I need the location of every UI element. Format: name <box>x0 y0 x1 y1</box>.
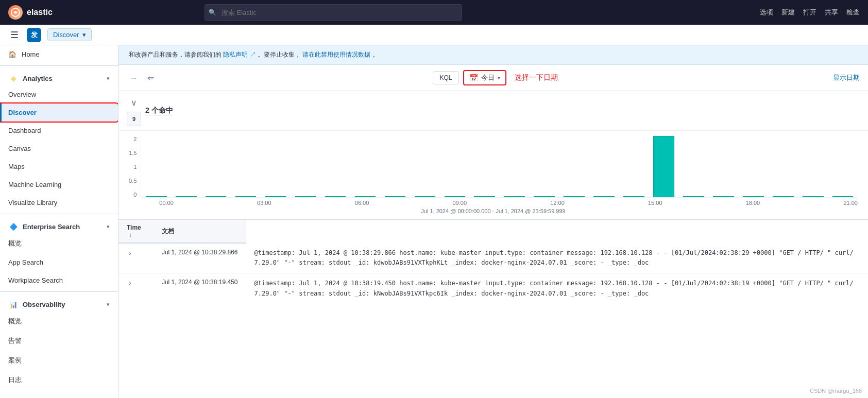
bar-3 <box>231 136 261 197</box>
bar-11 <box>470 136 500 197</box>
observability-section[interactable]: 📊 Observability ▾ <box>0 294 118 312</box>
enterprise-search-icon: 🔷 <box>8 221 19 232</box>
open-btn[interactable]: 打开 <box>803 8 816 17</box>
alerts-label: 告警 <box>8 336 22 345</box>
results-panel-controls: ∨ 9 <box>127 95 141 126</box>
enterprise-search-title: 🔷 Enterprise Search <box>8 221 80 232</box>
app-name-btn[interactable]: Discover ▾ <box>47 28 92 41</box>
down-arrow-btn[interactable]: ∨ <box>127 95 141 110</box>
calendar-icon: 📅 <box>469 74 478 82</box>
hit-count: 2 个命中 <box>145 106 173 116</box>
sidebar-item-alerts[interactable]: 告警 <box>0 331 118 351</box>
sidebar-item-logs[interactable]: 日志 <box>0 370 118 390</box>
sidebar-item-discover[interactable]: Discover <box>0 103 118 122</box>
col-doc: 文档 <box>154 220 246 243</box>
enterprise-search-label: Enterprise Search <box>23 223 80 231</box>
row2-expand-cell: › <box>118 273 154 304</box>
sidebar-item-dashboard[interactable]: Dashboard <box>0 122 118 140</box>
canvas-label: Canvas <box>8 145 31 152</box>
disable-link[interactable]: 请在此禁用使用情况数据 <box>302 51 370 58</box>
bar-0 <box>141 136 171 197</box>
sidebar-item-overview[interactable]: Overview <box>0 85 118 103</box>
x-18: 18:00 <box>746 200 760 206</box>
discover-toolbar: ··· ⇐ KQL 📅 今日 ▾ 选择一下日期 显示日期 <box>118 65 868 91</box>
topbar: elastic 选项 新建 打开 共享 检查 <box>0 0 868 25</box>
dots-btn[interactable]: ··· <box>127 71 141 85</box>
col-doc-label: 文档 <box>162 228 174 235</box>
share-btn[interactable]: 共享 <box>825 8 838 17</box>
row2-doc: @timestamp: Jul 1, 2024 @ 10:38:19.450 h… <box>246 273 868 304</box>
row1-expand-btn[interactable]: › <box>127 249 133 257</box>
watermark: CSDN @margu_168 <box>810 388 862 394</box>
show-date-link[interactable]: 显示日期 <box>833 73 860 82</box>
options-btn[interactable]: 选项 <box>760 8 773 17</box>
x-21: 21:00 <box>843 200 858 206</box>
analytics-icon: ◈ <box>8 73 19 83</box>
chart-bars-wrapper: 00:00 03:00 06:00 09:00 12:00 15:00 18:0… <box>141 136 858 206</box>
search-input[interactable] <box>205 4 462 21</box>
bar-21 <box>768 136 798 197</box>
observability-title: 📊 Observability <box>8 299 65 309</box>
sidebar-item-maps[interactable]: Maps <box>0 158 118 176</box>
sidebar-item-visualize-library[interactable]: Visualize Library <box>0 194 118 212</box>
sidebar-item-machine-learning[interactable]: Machine Learning <box>0 176 118 194</box>
enterprise-overview-label: 概览 <box>8 239 22 248</box>
results-badge[interactable]: 9 <box>127 112 141 126</box>
row2-expand-btn[interactable]: › <box>127 279 133 287</box>
date-chevron: ▾ <box>498 75 500 81</box>
arrow-btn[interactable]: ⇐ <box>143 71 158 85</box>
hamburger-btn[interactable]: ☰ <box>8 27 21 43</box>
bar-2 <box>201 136 231 197</box>
home-label: Home <box>22 50 40 58</box>
new-btn[interactable]: 新建 <box>781 8 795 17</box>
table-row: › Jul 1, 2024 @ 10:38:29.866 @timestamp:… <box>118 243 868 273</box>
search-container <box>205 4 462 21</box>
logo-text: elastic <box>27 8 53 17</box>
chart-wrapper: 2 1.5 1 0.5 0 <box>129 136 858 206</box>
privacy-link[interactable]: 隐私声明 ↗ <box>223 51 256 58</box>
sidebar-item-obs-overview[interactable]: 概览 <box>0 312 118 331</box>
y-label-1.5: 1.5 <box>129 150 137 156</box>
sidebar-item-cases[interactable]: 案例 <box>0 351 118 370</box>
bar-23 <box>828 136 858 197</box>
visualize-library-label: Visualize Library <box>8 199 57 206</box>
sidebar-item-workplace-search[interactable]: Workplace Search <box>0 271 118 289</box>
analytics-title: ◈ Analytics <box>8 73 53 83</box>
row1-expand-cell: › <box>118 243 154 273</box>
maps-label: Maps <box>8 163 25 170</box>
kql-btn[interactable]: KQL <box>433 71 458 84</box>
bar-1 <box>171 136 201 197</box>
enterprise-search-section[interactable]: 🔷 Enterprise Search ▾ <box>0 216 118 234</box>
bar-17[interactable] <box>649 136 679 197</box>
sidebar-item-canvas[interactable]: Canvas <box>0 140 118 158</box>
bar-10 <box>440 136 470 197</box>
app-badge: 发 <box>27 28 41 42</box>
analytics-section[interactable]: ◈ Analytics ▾ <box>0 68 118 85</box>
bar-7 <box>350 136 380 197</box>
chart-bars <box>141 136 858 198</box>
chart-x-labels: 00:00 03:00 06:00 09:00 12:00 15:00 18:0… <box>141 198 858 206</box>
results-table: Time ↓ 文档 › Jul 1, 2024 @ 10:38:29.866 @… <box>118 220 868 304</box>
x-06: 06:00 <box>355 200 369 206</box>
bar-5 <box>291 136 320 197</box>
sidebar-item-app-search[interactable]: App Search <box>0 253 118 271</box>
discover-label: Discover <box>8 109 37 116</box>
sidebar-item-enterprise-overview[interactable]: 概览 <box>0 234 118 253</box>
x-09: 09:00 <box>453 200 467 206</box>
bar-16 <box>619 136 649 197</box>
sidebar-item-home[interactable]: 🏠 Home <box>0 45 118 63</box>
bar-20 <box>738 136 768 197</box>
y-label-0: 0 <box>133 192 137 198</box>
y-label-2: 2 <box>133 136 137 142</box>
col-time: Time ↓ <box>118 220 154 243</box>
inspect-btn[interactable]: 检查 <box>846 8 860 17</box>
observability-icon: 📊 <box>8 299 19 309</box>
date-picker[interactable]: 📅 今日 ▾ <box>463 70 506 85</box>
bar-9 <box>410 136 440 197</box>
y-label-1: 1 <box>133 164 137 170</box>
observability-chevron: ▾ <box>107 301 110 308</box>
chart-area: 2 1.5 1 0.5 0 <box>118 131 868 220</box>
workplace-search-label: Workplace Search <box>8 276 63 284</box>
enterprise-search-chevron: ▾ <box>107 223 110 230</box>
observability-label: Observability <box>23 301 65 308</box>
